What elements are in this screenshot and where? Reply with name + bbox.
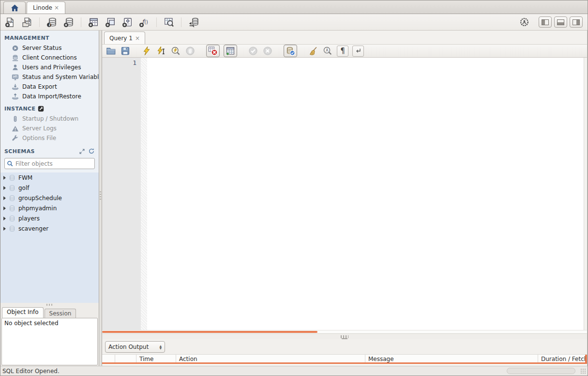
schema-row-fwm[interactable]: FWM xyxy=(0,172,99,183)
server-status-icon xyxy=(12,45,19,52)
open-file-icon[interactable] xyxy=(106,46,116,56)
expander-icon[interactable] xyxy=(3,217,6,220)
inspect-database-icon[interactable]: i xyxy=(46,16,58,28)
svg-text:(): () xyxy=(144,19,148,24)
schema-row-phpmyadmin[interactable]: phpmyadmin xyxy=(0,203,99,213)
column-header-index[interactable] xyxy=(115,355,136,362)
schemas-section-header: SCHEMAS xyxy=(0,143,99,157)
column-header-action[interactable]: Action xyxy=(176,355,365,362)
sidebar-item-server-logs[interactable]: Server Logs xyxy=(0,124,99,133)
execute-current-icon[interactable] xyxy=(156,46,166,56)
sidebar-item-users-privileges[interactable]: Users and Privileges xyxy=(0,63,99,72)
output-splitter[interactable] xyxy=(102,333,587,339)
toggle-left-panel-icon xyxy=(542,19,549,25)
schema-row-scavenger[interactable]: scavenger xyxy=(0,223,99,234)
output-view-selector[interactable]: Action Output ▲▼ xyxy=(105,341,165,353)
reconnect-dbms-icon[interactable] xyxy=(188,16,199,28)
fold-margin xyxy=(141,58,147,330)
schema-db-icon xyxy=(9,215,15,222)
open-sql-script-icon[interactable]: SQL xyxy=(21,16,33,28)
close-icon[interactable]: × xyxy=(54,4,59,11)
line-number: 1 xyxy=(133,59,136,66)
sidebar-splitter-handle[interactable] xyxy=(0,303,99,307)
toggle-stop-on-error-button[interactable] xyxy=(206,45,220,57)
column-header-message[interactable]: Message xyxy=(365,355,538,362)
sidebar-item-client-connections[interactable]: Client Connections xyxy=(0,53,99,63)
wrap-text-button[interactable] xyxy=(352,46,364,57)
scrollbar-thumb[interactable] xyxy=(102,331,317,333)
expander-icon[interactable] xyxy=(3,196,6,200)
commit-icon[interactable] xyxy=(248,46,258,56)
rollback-icon[interactable] xyxy=(262,46,273,56)
sidebar-item-data-export[interactable]: Data Export xyxy=(0,82,99,92)
expand-icon[interactable] xyxy=(79,148,85,155)
preferences-icon[interactable] xyxy=(518,16,530,28)
chevron-up-down-icon: ▲▼ xyxy=(159,345,162,349)
svg-text:SQL: SQL xyxy=(25,20,31,23)
editor-horizontal-scrollbar[interactable] xyxy=(102,330,587,333)
toggle-right-panel-button[interactable] xyxy=(570,16,583,28)
column-header-status-icon[interactable] xyxy=(102,355,115,362)
limit-rows-icon xyxy=(226,46,235,56)
sidebar-item-status-variables[interactable]: Status and System Variables xyxy=(0,72,99,82)
save-icon[interactable] xyxy=(120,46,131,56)
schema-row-players[interactable]: players xyxy=(0,213,99,223)
schema-tree: FWM golf groupSchedule phpmyadmin player… xyxy=(0,172,99,303)
expander-icon[interactable] xyxy=(3,176,6,180)
toggle-right-panel-icon xyxy=(573,19,580,25)
options-file-icon xyxy=(12,135,19,142)
explain-icon[interactable] xyxy=(170,46,181,56)
toggle-left-panel-button[interactable] xyxy=(539,16,552,28)
home-tab[interactable] xyxy=(3,1,26,14)
expander-icon[interactable] xyxy=(3,206,6,210)
schema-row-golf[interactable]: golf xyxy=(0,183,99,193)
tab-object-info[interactable]: Object Info xyxy=(2,307,44,318)
create-function-icon[interactable]: f() xyxy=(138,16,150,28)
expander-icon[interactable] xyxy=(3,227,6,231)
sidebar-item-server-status[interactable]: Server Status xyxy=(0,43,99,53)
limit-rows-button[interactable] xyxy=(224,45,237,57)
toggle-bottom-panel-button[interactable] xyxy=(554,16,567,28)
create-schema-icon[interactable] xyxy=(63,16,75,28)
toolbar-separator xyxy=(156,17,157,27)
create-view-icon[interactable] xyxy=(105,16,116,28)
status-bar: SQL Editor Opened. xyxy=(0,366,588,376)
expander-icon[interactable] xyxy=(3,186,6,190)
find-icon[interactable]: A xyxy=(322,46,333,56)
show-invisibles-button[interactable]: ¶ xyxy=(337,46,348,57)
sidebar-item-data-import[interactable]: Data Import/Restore xyxy=(0,92,99,101)
connection-tab-label: Linode xyxy=(33,4,52,11)
sql-editor[interactable]: 1 xyxy=(102,58,587,330)
create-procedure-icon[interactable] xyxy=(121,16,133,28)
editor-vertical-scrollbar[interactable] xyxy=(584,58,587,330)
search-icon xyxy=(7,160,14,167)
column-header-time[interactable]: Time xyxy=(136,355,176,362)
search-data-icon[interactable] xyxy=(163,16,175,28)
refresh-icon[interactable] xyxy=(88,148,95,155)
new-sql-script-icon[interactable]: SQL xyxy=(4,16,16,28)
output-vertical-scrollbar[interactable] xyxy=(585,355,587,364)
vertical-splitter[interactable] xyxy=(99,31,102,366)
sidebar-item-startup-shutdown[interactable]: Startup / Shutdown xyxy=(0,114,99,124)
toggle-autocommit-button[interactable] xyxy=(284,45,297,57)
editor-text-area[interactable] xyxy=(147,58,584,330)
execute-icon[interactable] xyxy=(141,46,152,56)
stop-on-error-icon xyxy=(208,46,218,56)
connection-tab-linode[interactable]: Linode × xyxy=(27,1,65,14)
create-table-icon[interactable] xyxy=(88,16,99,28)
stop-icon[interactable] xyxy=(185,46,196,56)
close-icon[interactable]: × xyxy=(135,35,140,42)
sidebar-item-options-file[interactable]: Options File xyxy=(0,133,99,143)
resize-grip[interactable] xyxy=(580,368,587,375)
splitter-grip xyxy=(100,191,101,200)
column-header-duration[interactable]: Duration / Fetch xyxy=(538,355,587,362)
svg-text:A: A xyxy=(326,48,329,53)
query-tab[interactable]: Query 1 × xyxy=(104,31,145,44)
beautify-icon[interactable] xyxy=(308,46,318,56)
mysql-workbench-window: Linode × SQL SQL i f() xyxy=(0,0,588,376)
schema-row-groupschedule[interactable]: groupSchedule xyxy=(0,193,99,203)
tab-session[interactable]: Session xyxy=(45,309,76,318)
schema-filter-input[interactable] xyxy=(15,160,92,167)
schema-db-icon xyxy=(9,205,15,212)
object-info-content: No object selected xyxy=(1,318,98,365)
